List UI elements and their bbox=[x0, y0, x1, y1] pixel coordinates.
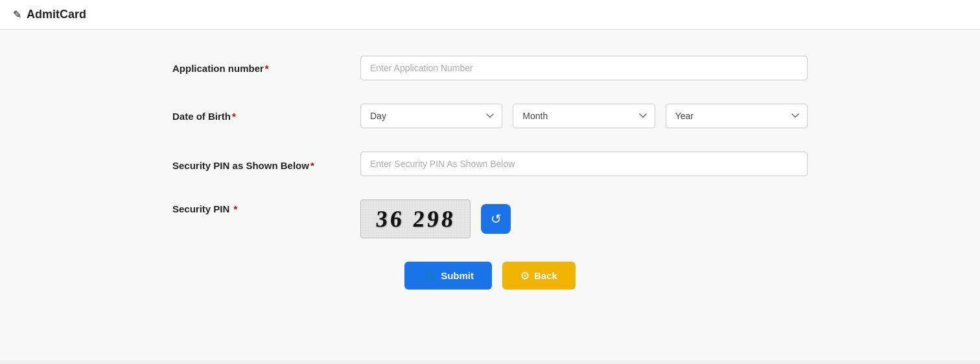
security-pin-text-input[interactable] bbox=[360, 152, 808, 176]
application-number-label: Application number* bbox=[172, 63, 360, 74]
back-label: Back bbox=[534, 270, 557, 281]
security-pin-input-label: Security PIN as Shown Below* bbox=[172, 156, 360, 172]
main-content: Application number* Date of Birth* Day M… bbox=[0, 30, 980, 360]
form-container: Application number* Date of Birth* Day M… bbox=[146, 56, 834, 290]
submit-button[interactable]: 👤 Submit bbox=[404, 262, 492, 290]
date-of-birth-label: Date of Birth* bbox=[172, 111, 360, 122]
refresh-icon: ↺ bbox=[491, 211, 502, 227]
submit-label: Submit bbox=[441, 270, 474, 281]
month-select[interactable]: Month bbox=[513, 104, 655, 128]
date-of-birth-control: Day Month Year bbox=[360, 104, 808, 128]
application-number-input[interactable] bbox=[360, 56, 808, 80]
back-icon: ⊙ bbox=[520, 269, 529, 282]
day-select[interactable]: Day bbox=[360, 104, 502, 128]
security-pin-input-control bbox=[360, 152, 808, 176]
security-pin-captcha-label: Security PIN * bbox=[172, 199, 360, 216]
form-buttons: 👤 Submit ⊙ Back bbox=[172, 262, 808, 290]
header-title: AdmitCard bbox=[27, 8, 86, 21]
date-of-birth-row: Date of Birth* Day Month Year bbox=[172, 104, 808, 128]
year-select[interactable]: Year bbox=[666, 104, 808, 128]
captcha-image: 36 298 bbox=[360, 199, 471, 238]
application-number-row: Application number* bbox=[172, 56, 808, 80]
application-number-control bbox=[360, 56, 808, 80]
captcha-text: 36 298 bbox=[375, 205, 457, 233]
security-pin-captcha-row: Security PIN * 36 298 ↺ bbox=[172, 199, 808, 238]
security-pin-input-row: Security PIN as Shown Below* bbox=[172, 152, 808, 176]
submit-icon: 👤 bbox=[423, 269, 436, 282]
header: ✎ AdmitCard bbox=[0, 0, 980, 30]
admit-card-icon: ✎ bbox=[13, 8, 21, 21]
back-button[interactable]: ⊙ Back bbox=[502, 262, 576, 290]
captcha-section: 36 298 ↺ bbox=[360, 199, 808, 238]
refresh-captcha-button[interactable]: ↺ bbox=[481, 204, 511, 234]
